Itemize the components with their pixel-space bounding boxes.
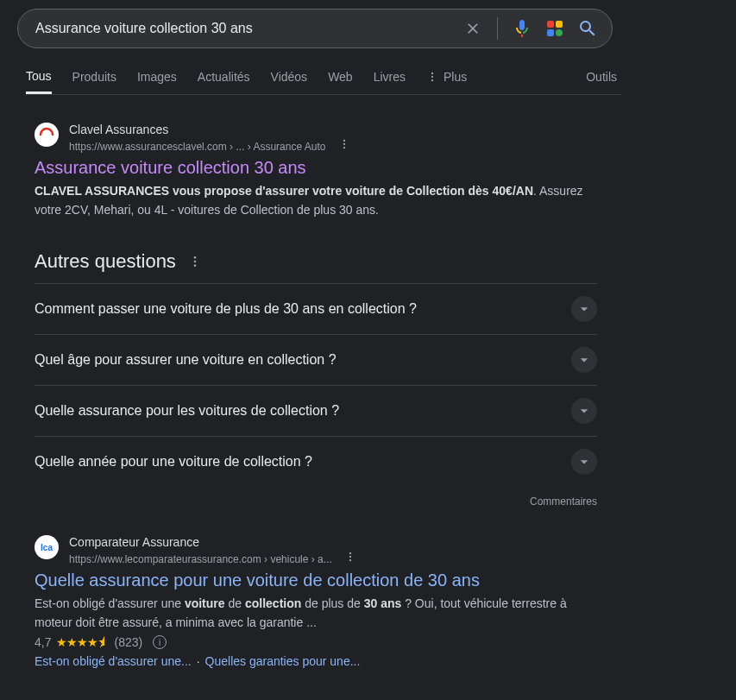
tab-news[interactable]: Actualités bbox=[198, 70, 250, 93]
svg-point-5 bbox=[431, 76, 433, 78]
paa-question[interactable]: Comment passer une voiture de plus de 30… bbox=[35, 283, 597, 334]
svg-point-13 bbox=[349, 552, 351, 554]
paa-question-text: Quel âge pour assurer une voiture en col… bbox=[35, 352, 337, 368]
paa-question-text: Comment passer une voiture de plus de 30… bbox=[35, 301, 417, 317]
tab-more-label: Plus bbox=[443, 70, 467, 84]
paa-menu-icon[interactable] bbox=[188, 255, 202, 268]
result-sublinks: Est-on obligé d'assurer une...·Quelles g… bbox=[35, 654, 597, 668]
site-name: Clavel Assurances bbox=[69, 121, 597, 138]
svg-point-6 bbox=[431, 79, 433, 81]
svg-point-14 bbox=[349, 556, 351, 558]
result-snippet: Est-on obligé d'assurer une voiture de c… bbox=[35, 594, 597, 632]
paa-question[interactable]: Quelle année pour une voiture de collect… bbox=[35, 436, 597, 487]
svg-rect-2 bbox=[547, 29, 554, 36]
chevron-down-icon bbox=[571, 296, 597, 322]
result-header: Clavel Assurances https://www.assurances… bbox=[35, 121, 597, 155]
site-info[interactable]: Comparateur Assurance https://www.lecomp… bbox=[69, 533, 597, 567]
sublink[interactable]: Est-on obligé d'assurer une... bbox=[35, 654, 192, 668]
voice-search-icon[interactable] bbox=[512, 18, 532, 39]
chevron-down-icon bbox=[571, 347, 597, 373]
paa-question-text: Quelle année pour une voiture de collect… bbox=[35, 454, 312, 470]
snippet-bold: CLAVEL ASSURANCES vous propose d'assurer… bbox=[35, 184, 533, 198]
result-snippet: CLAVEL ASSURANCES vous propose d'assurer… bbox=[35, 181, 597, 219]
result-header: lca Comparateur Assurance https://www.le… bbox=[35, 533, 597, 567]
tab-products[interactable]: Produits bbox=[72, 70, 116, 93]
paa-title: Autres questions bbox=[35, 250, 176, 273]
tab-all[interactable]: Tous bbox=[26, 69, 52, 94]
svg-point-15 bbox=[349, 559, 351, 561]
search-icon[interactable] bbox=[577, 18, 598, 39]
chevron-down-icon bbox=[571, 449, 597, 475]
results-container: Clavel Assurances https://www.assurances… bbox=[35, 121, 597, 668]
sublink[interactable]: Quelles garanties pour une... bbox=[205, 654, 361, 668]
tab-more[interactable]: Plus bbox=[426, 70, 467, 93]
svg-point-10 bbox=[194, 256, 197, 259]
tab-videos[interactable]: Vidéos bbox=[271, 70, 308, 93]
search-actions bbox=[462, 17, 603, 40]
result-favicon bbox=[35, 123, 59, 147]
svg-point-4 bbox=[431, 73, 433, 74]
result-favicon: lca bbox=[35, 535, 59, 559]
paa-question-text: Quelle assurance pour les voitures de co… bbox=[35, 403, 339, 419]
result-menu-icon[interactable] bbox=[339, 551, 362, 563]
lens-search-icon[interactable] bbox=[544, 18, 565, 39]
more-dots-icon bbox=[426, 71, 438, 83]
svg-point-7 bbox=[343, 140, 345, 142]
paa-feedback[interactable]: Commentaires bbox=[35, 495, 597, 508]
site-name: Comparateur Assurance bbox=[69, 533, 597, 551]
svg-point-3 bbox=[556, 29, 563, 36]
search-bar bbox=[17, 9, 613, 48]
site-info[interactable]: Clavel Assurances https://www.assurances… bbox=[69, 121, 597, 155]
svg-point-9 bbox=[343, 147, 345, 148]
site-url: https://www.lecomparateurassurance.com ›… bbox=[69, 553, 332, 565]
result-title[interactable]: Assurance voiture collection 30 ans bbox=[35, 158, 597, 178]
info-icon[interactable]: i bbox=[153, 635, 167, 649]
tab-books[interactable]: Livres bbox=[374, 70, 406, 93]
tabs-bar: Tous Produits Images Actualités Vidéos W… bbox=[26, 69, 621, 95]
tab-web[interactable]: Web bbox=[328, 70, 353, 93]
rating-row: 4,7 ★★★★⯨ (823) i bbox=[35, 635, 597, 649]
star-icon: ★★★★⯨ bbox=[56, 635, 109, 649]
search-result: Clavel Assurances https://www.assurances… bbox=[35, 121, 597, 219]
search-input[interactable] bbox=[35, 21, 462, 36]
svg-point-11 bbox=[194, 261, 197, 263]
result-menu-icon[interactable] bbox=[333, 138, 355, 150]
svg-point-8 bbox=[343, 143, 345, 145]
result-title[interactable]: Quelle assurance pour une voiture de col… bbox=[35, 571, 597, 590]
svg-rect-0 bbox=[547, 21, 554, 28]
people-also-ask: Autres questions Comment passer une voit… bbox=[35, 250, 597, 508]
tab-images[interactable]: Images bbox=[137, 70, 177, 93]
chevron-down-icon bbox=[571, 398, 597, 424]
rating-value: 4,7 bbox=[35, 635, 51, 649]
site-url: https://www.assurancesclavel.com › ... ›… bbox=[69, 141, 325, 153]
search-result: lca Comparateur Assurance https://www.le… bbox=[35, 533, 597, 668]
svg-point-12 bbox=[194, 265, 197, 268]
clear-icon[interactable] bbox=[462, 18, 483, 39]
paa-question[interactable]: Quel âge pour assurer une voiture en col… bbox=[35, 334, 597, 385]
tools-button[interactable]: Outils bbox=[586, 70, 617, 93]
paa-question[interactable]: Quelle assurance pour les voitures de co… bbox=[35, 385, 597, 436]
divider bbox=[497, 17, 498, 40]
svg-rect-1 bbox=[556, 21, 563, 28]
vote-count: (823) bbox=[114, 635, 142, 649]
